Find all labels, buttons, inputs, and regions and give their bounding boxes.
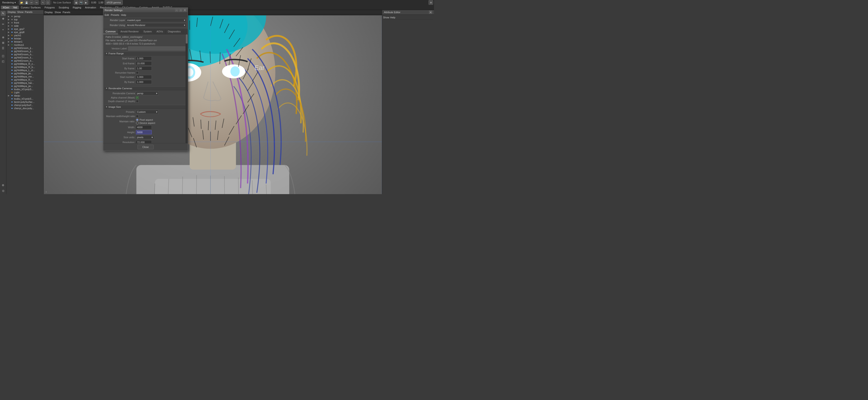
- outliner-item-side[interactable]: ▶ ■ side: [6, 24, 43, 27]
- expand-yetil0[interactable]: [7, 69, 10, 71]
- dialog-maximize-btn[interactable]: □: [179, 9, 182, 12]
- expand-top[interactable]: ▶: [7, 18, 10, 21]
- expand-yeti0[interactable]: [7, 47, 10, 50]
- expand-nucleus1[interactable]: ▶: [7, 43, 10, 46]
- module-sculpting[interactable]: Sculpting: [57, 6, 71, 9]
- tab-common[interactable]: Common: [103, 29, 118, 34]
- toolbar-save[interactable]: 💾: [24, 0, 29, 5]
- module-animation[interactable]: Animation: [83, 6, 98, 9]
- expand-chenyi[interactable]: [7, 104, 10, 106]
- menu-rendering[interactable]: Rendering ▾: [1, 1, 17, 4]
- expand-side[interactable]: ▶: [7, 25, 10, 27]
- renumber-checkbox[interactable]: [136, 71, 138, 74]
- outliner-display[interactable]: Display: [8, 11, 16, 13]
- tool-bottom2[interactable]: ◎: [1, 188, 6, 193]
- renderable-cameras-section[interactable]: ▼ Renderable Cameras: [105, 86, 186, 90]
- outliner-item-chenyi-dou[interactable]: ■ chenyi_dou:poly...: [6, 107, 43, 110]
- outliner-item-leixian1[interactable]: ▶ ■ leixian1: [6, 40, 43, 43]
- pixel-aspect-radio[interactable]: [136, 119, 138, 121]
- expand-leixian[interactable]: ▶: [7, 37, 10, 40]
- start-number-input[interactable]: [136, 75, 152, 79]
- expand-eyegrp8[interactable]: ▶: [7, 31, 10, 33]
- outliner-item-yetir2[interactable]: ■ pgYetiMaya_R_...: [6, 78, 43, 81]
- presets-dropdown[interactable]: Custom ▾: [136, 110, 159, 114]
- outliner-item-yetih[interactable]: ■ pgYetiMaya_har...: [6, 81, 43, 85]
- render-layer-dropdown[interactable]: masterLayer ▾: [126, 18, 186, 22]
- renderable-camera-dropdown[interactable]: persp ▾: [136, 91, 159, 95]
- alpha-checkbox[interactable]: ✓: [136, 96, 138, 99]
- height-input[interactable]: [136, 130, 152, 134]
- tab-system[interactable]: System: [141, 29, 154, 34]
- outliner-item-yeti1[interactable]: ■ pgYetiGroom_ji...: [6, 50, 43, 53]
- tool-move[interactable]: ✥: [1, 16, 6, 21]
- tool-param2[interactable]: ⊞: [1, 40, 6, 45]
- expand-toubu[interactable]: [7, 88, 10, 91]
- expand-yetim[interactable]: [7, 75, 10, 78]
- outliner-item-yeti0[interactable]: ■ pgYetiGroom_ji...: [6, 47, 43, 50]
- module-yeti[interactable]: Yeti: [11, 6, 19, 9]
- outliner-item-yachi1[interactable]: ▶ ✦ yachi1: [6, 34, 43, 37]
- outliner-panels[interactable]: Panels: [25, 11, 33, 13]
- tool-hist[interactable]: ◫: [1, 54, 6, 58]
- module-curves[interactable]: Curves / Surfaces: [19, 6, 42, 9]
- close-button[interactable]: Close: [137, 145, 153, 149]
- toolbar-extra1[interactable]: ⚙: [429, 0, 433, 5]
- outliner-item-front[interactable]: ▶ ■ front: [6, 21, 43, 24]
- expand-yeti1[interactable]: [7, 50, 10, 53]
- expand-daoju[interactable]: ▶: [7, 94, 10, 97]
- outliner-item-daoju[interactable]: ▶ ■ daoju: [6, 94, 43, 97]
- expand-toubu2[interactable]: [7, 97, 10, 100]
- expand-yetir1[interactable]: [7, 66, 10, 68]
- tool-lasso[interactable]: ⌖: [1, 27, 6, 32]
- tool-graph[interactable]: ◰: [1, 59, 6, 64]
- toolbar-open[interactable]: 📁: [19, 0, 24, 5]
- outliner-item-toubu[interactable]: ■ toubu_lr3:polyS...: [6, 88, 43, 91]
- dialog-minimize-btn[interactable]: ─: [175, 9, 178, 12]
- expand-yeti3[interactable]: [7, 56, 10, 59]
- outliner-item-yeti4[interactable]: ■ pgYetiGroom_b...: [6, 59, 43, 62]
- by-frame2-input[interactable]: [136, 80, 152, 84]
- dialog-close-btn[interactable]: ✕: [183, 9, 186, 12]
- outliner-item-yetir0[interactable]: ■ pgYetiMaya_R_z...: [6, 62, 43, 65]
- image-size-section[interactable]: ▼ Image Size: [105, 105, 186, 109]
- render-using-dropdown[interactable]: Arnold Renderer ▾: [126, 23, 186, 27]
- tab-diagnostics[interactable]: Diagnostics: [165, 29, 183, 34]
- outliner-item-yeti2[interactable]: ■ pgYetiGroom_h...: [6, 53, 43, 56]
- toolbar-lasso[interactable]: ⬡: [46, 0, 50, 5]
- expand-persp[interactable]: ▶: [7, 15, 10, 18]
- by-frame-input[interactable]: [136, 66, 152, 70]
- outliner-item-yetil0[interactable]: ■ pgYetiMaya_L_zi...: [6, 69, 43, 72]
- toolbar-ipr[interactable]: ▶: [84, 0, 88, 5]
- expand-eyegrp7[interactable]: ▶: [7, 28, 10, 30]
- expand-yeti4[interactable]: [7, 59, 10, 62]
- dialog-scrollbar[interactable]: [186, 34, 188, 143]
- maintain-ratio-checkbox[interactable]: [136, 115, 138, 118]
- expand-light[interactable]: [7, 91, 10, 94]
- expand-leixian1[interactable]: ▶: [7, 40, 10, 43]
- toolbar-render-cam[interactable]: 📷: [79, 0, 83, 5]
- module-rigging[interactable]: Rigging: [71, 6, 83, 9]
- dialog-menu-help[interactable]: Help: [121, 13, 126, 16]
- attr-close-btn[interactable]: ✕: [429, 11, 432, 14]
- outliner-item-eyegrp8[interactable]: ▶ ■ eye_grp8: [6, 31, 43, 34]
- module-xgen[interactable]: XGen: [1, 6, 11, 9]
- attr-help[interactable]: Help: [390, 16, 396, 19]
- vp-show[interactable]: Show: [55, 11, 61, 13]
- outliner-item-nucleus1[interactable]: ▶ ✦ nucleus1: [6, 43, 43, 47]
- device-aspect-radio[interactable]: [136, 122, 138, 124]
- tab-aovs[interactable]: AOVs: [154, 29, 165, 34]
- tool-paint[interactable]: ✏: [1, 22, 6, 27]
- tool-select[interactable]: ↖: [1, 11, 6, 16]
- outliner-item-top[interactable]: ▶ ■ top: [6, 18, 43, 21]
- toolbar-redo[interactable]: ↪: [34, 0, 39, 5]
- outliner-item-toubu2[interactable]: ■ toubu_lr3:polyS...: [6, 97, 43, 100]
- viewport-canvas[interactable]: Ear +: [44, 16, 382, 194]
- start-frame-input[interactable]: [136, 56, 152, 60]
- toolbar-render-grid[interactable]: ▦: [74, 0, 79, 5]
- resolution-input[interactable]: [136, 140, 152, 143]
- vp-panels[interactable]: Panels: [63, 11, 70, 13]
- expand-yetir0[interactable]: [7, 63, 10, 65]
- expand-yachi1[interactable]: ▶: [7, 34, 10, 37]
- depth-checkbox[interactable]: [136, 100, 138, 102]
- expand-yeti2[interactable]: [7, 53, 10, 56]
